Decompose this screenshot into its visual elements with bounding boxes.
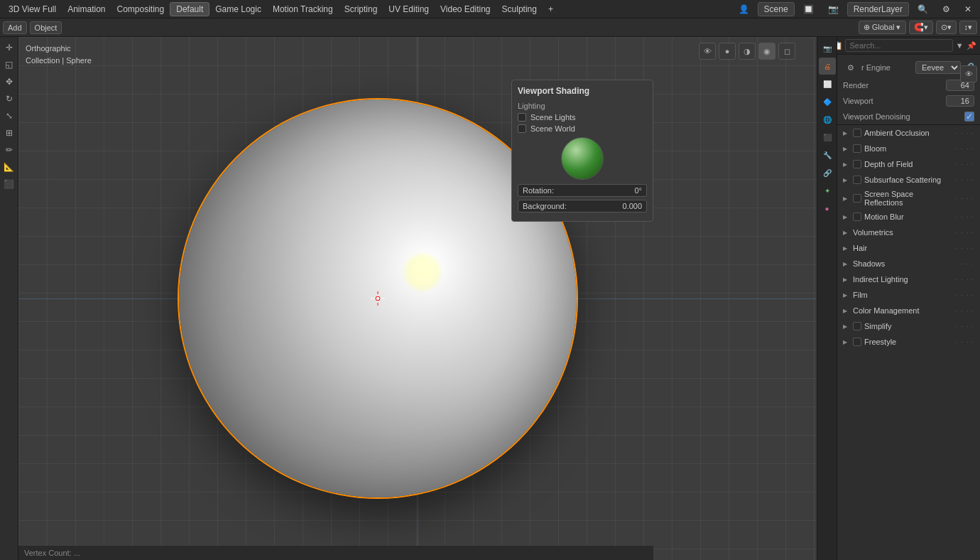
viewport-shading-material[interactable]: ◑ <box>739 43 756 60</box>
section-color-management[interactable]: ▶ Color Management · · · · <box>837 303 980 318</box>
section-film[interactable]: ▶ Film · · · · <box>837 287 980 303</box>
viewport-samples-value[interactable]: 16 <box>946 95 974 107</box>
measure-tool[interactable]: 📐 <box>1 159 17 175</box>
freestyle-checkbox[interactable] <box>853 338 861 346</box>
hair-arrow: ▶ <box>843 245 850 252</box>
render-icon[interactable]: 📷 <box>822 3 844 16</box>
snap-button[interactable]: 🧲▾ <box>909 21 933 34</box>
viewport-icons-tr: 👁 ● ◑ ◉ ◻ <box>699 43 795 60</box>
tab-sculpting[interactable]: Sculpting <box>496 3 543 16</box>
section-hair[interactable]: ▶ Hair · · · · <box>837 240 980 256</box>
top-bar: 3D View Full Animation Compositing Defau… <box>0 0 980 18</box>
annotate-tool[interactable]: ✏ <box>1 142 17 158</box>
eye-icon[interactable]: 👁 <box>960 65 977 82</box>
filter-icon[interactable]: ⚙ <box>937 3 956 16</box>
section-depth-of-field[interactable]: ▶ Depth of Field · · · · <box>837 156 980 172</box>
tab-default[interactable]: Default <box>170 2 209 16</box>
transform-orient-button[interactable]: ⊕ Global ▾ <box>859 21 906 34</box>
rotation-field[interactable]: Rotation: 0° <box>518 184 647 197</box>
tab-motion-tracking[interactable]: Motion Tracking <box>267 3 339 16</box>
prop-constraint-icon[interactable]: 🔗 <box>819 164 836 181</box>
object-menu-button[interactable]: Object <box>30 21 62 34</box>
prop-material-icon[interactable]: ● <box>819 200 836 217</box>
panel-search-input[interactable] <box>845 39 953 52</box>
dof-checkbox[interactable] <box>853 160 861 168</box>
section-volumetrics[interactable]: ▶ Volumetrics · · · · <box>837 225 980 240</box>
tab-video-editing[interactable]: Video Editing <box>435 3 496 16</box>
transform-tool[interactable]: ⊞ <box>1 125 17 141</box>
add-cube-tool[interactable]: ⬛ <box>1 176 17 192</box>
select-tool[interactable]: ◱ <box>1 57 17 72</box>
prop-render-icon[interactable]: 📷 <box>819 40 836 57</box>
prop-output-icon[interactable]: 🖨 <box>819 58 836 75</box>
section-ambient-occlusion[interactable]: ▶ Ambient Occlusion · · · · <box>837 125 980 141</box>
simplify-label: Simplify <box>864 322 953 330</box>
tab-scripting[interactable]: Scripting <box>339 3 383 16</box>
transform-button[interactable]: ↕▾ <box>959 21 978 34</box>
tab-3d-view-full[interactable]: 3D View Full <box>3 3 62 16</box>
vol-arrow: ▶ <box>843 230 850 236</box>
move-tool[interactable]: ✥ <box>1 74 17 90</box>
shadows-arrow: ▶ <box>843 261 850 267</box>
freestyle-arrow: ▶ <box>843 339 850 345</box>
cursor-tool[interactable]: ✛ <box>1 40 17 55</box>
prop-world-icon[interactable]: 🌐 <box>819 111 836 128</box>
mb-label: Motion Blur <box>864 212 953 221</box>
section-shadows[interactable]: ▶ Shadows · · · · <box>837 256 980 271</box>
sss-checkbox[interactable] <box>853 176 861 184</box>
tab-uv-editing[interactable]: UV Editing <box>383 3 435 16</box>
tab-animation[interactable]: Animation <box>62 3 111 16</box>
sampling-section: Render 64 Viewport 16 Viewport Denoising… <box>837 77 980 125</box>
viewport-camera-icon[interactable]: 👁 <box>699 43 716 60</box>
panel-pin-icon[interactable]: 📌 <box>967 38 977 53</box>
section-indirect-lighting[interactable]: ▶ Indirect Lighting · · · · <box>837 271 980 287</box>
scene-icon[interactable]: 🔲 <box>797 3 820 16</box>
prop-scene-icon[interactable]: 🔷 <box>819 93 836 110</box>
right-panel: ⊞ 📋 ▼ 📌 📷 🖨 ⬜ 🔷 🌐 ⬛ 🔧 🔗 ✦ ● ⚙ r Engine <box>817 37 980 560</box>
prop-particle-icon[interactable]: ✦ <box>819 182 836 199</box>
section-motion-blur[interactable]: ▶ Motion Blur · · · · <box>837 209 980 225</box>
il-arrow: ▶ <box>843 276 850 283</box>
visibility-eye[interactable]: 👁 <box>960 65 977 82</box>
prop-view-layer-icon[interactable]: ⬜ <box>819 75 836 92</box>
rotate-tool[interactable]: ↻ <box>1 91 17 107</box>
section-bloom[interactable]: ▶ Bloom · · · · <box>837 141 980 156</box>
tab-game-logic[interactable]: Game Logic <box>209 3 267 16</box>
hair-dots: · · · · <box>956 244 974 252</box>
panel-top-icons: ⊞ 📋 ▼ 📌 <box>817 37 980 55</box>
simplify-checkbox[interactable] <box>853 322 861 330</box>
dof-label: Depth of Field <box>864 160 953 168</box>
scene-world-checkbox[interactable] <box>518 124 526 133</box>
viewport-shading-wireframe[interactable]: ◻ <box>778 43 795 60</box>
scene-lights-checkbox[interactable] <box>518 113 526 122</box>
section-screen-space-reflections[interactable]: ▶ Screen Space Reflections · · · · <box>837 188 980 209</box>
proportional-edit-button[interactable]: ⊙▾ <box>936 21 957 34</box>
hdri-preview-ball[interactable] <box>561 137 604 180</box>
render-layer-selector[interactable]: RenderLayer <box>847 2 909 16</box>
prop-object-icon[interactable]: ⬛ <box>819 129 836 146</box>
bloom-checkbox[interactable] <box>853 144 861 153</box>
section-freestyle[interactable]: ▶ Freestyle · · · · <box>837 334 980 350</box>
tab-add-button[interactable]: + <box>543 3 559 16</box>
panel-filter-icon[interactable]: ▼ <box>954 38 965 53</box>
viewport-denoising-checkbox[interactable]: ✓ <box>964 112 974 122</box>
search-icon[interactable]: 🔍 <box>912 3 934 16</box>
viewport[interactable]: Orthographic Collection | Sphere 👁 ● ◑ ◉… <box>18 37 817 560</box>
background-field[interactable]: Background: 0.000 <box>518 200 647 212</box>
close-icon[interactable]: ✕ <box>959 3 977 16</box>
viewport-shading-solid[interactable]: ● <box>719 43 736 60</box>
prop-modifier-icon[interactable]: 🔧 <box>819 146 836 163</box>
viewport-shading-rendered[interactable]: ◉ <box>758 43 775 60</box>
add-menu-button[interactable]: Add <box>3 21 27 34</box>
section-subsurface-scattering[interactable]: ▶ Subsurface Scattering · · · · <box>837 172 980 188</box>
render-engine-dropdown[interactable]: Eevee Cycles <box>915 61 961 74</box>
ao-checkbox[interactable] <box>853 129 861 137</box>
scene-selector[interactable]: Scene <box>758 2 795 16</box>
section-simplify[interactable]: ▶ Simplify · · · · <box>837 318 980 334</box>
scale-tool[interactable]: ⤡ <box>1 108 17 124</box>
ssr-checkbox[interactable] <box>853 194 861 203</box>
user-icon[interactable]: 👤 <box>733 3 755 16</box>
cm-dots: · · · · <box>956 307 974 315</box>
tab-compositing[interactable]: Compositing <box>111 3 170 16</box>
mb-checkbox[interactable] <box>853 212 861 221</box>
